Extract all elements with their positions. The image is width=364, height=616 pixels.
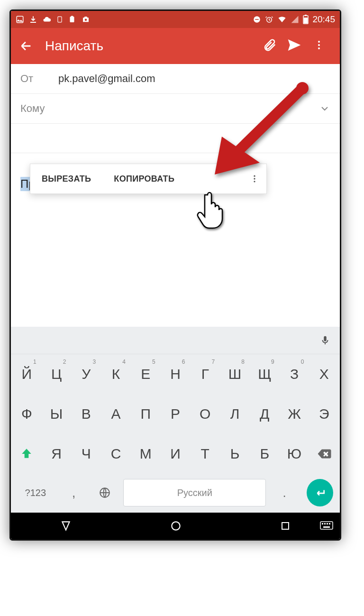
dnd-icon [253,15,261,24]
battery-icon [303,15,309,24]
shift-key[interactable] [13,437,40,470]
from-row[interactable]: От pk.pavel@gmail.com [11,64,340,94]
svg-rect-22 [282,523,289,529]
space-key[interactable]: Русский [123,479,266,506]
copy-button[interactable]: КОПИРОВАТЬ [102,174,186,184]
svg-rect-25 [324,523,326,524]
key-Л[interactable]: Л [221,397,248,431]
send-button[interactable] [282,37,307,55]
context-more-button[interactable] [243,174,266,184]
key-Э[interactable]: Э [310,397,337,431]
svg-point-15 [254,178,255,179]
svg-rect-3 [71,16,73,18]
download-icon [29,15,37,24]
svg-point-11 [318,41,320,43]
key-row-2: ФЫВАПРОЛДЖЭ [11,394,340,434]
key-З[interactable]: З0 [281,358,308,391]
key-С[interactable]: С [102,437,129,470]
attach-button[interactable] [257,38,282,54]
chevron-down-icon[interactable] [319,103,330,114]
svg-rect-23 [320,522,333,529]
nav-recent-icon[interactable] [280,520,291,532]
svg-rect-6 [255,19,259,20]
svg-point-14 [254,175,255,177]
key-Г[interactable]: Г7 [191,358,218,391]
key-row-3: ЯЧСМИТЬБЮ [11,434,340,474]
svg-rect-1 [58,17,62,22]
key-Н[interactable]: Н6 [162,358,189,391]
sim-icon [56,15,63,24]
key-Д[interactable]: Д [251,397,278,431]
svg-point-21 [172,522,180,530]
subject-row[interactable] [11,124,340,153]
key-У[interactable]: У3 [73,358,100,391]
suggestion-bar [11,327,340,354]
wifi-icon [277,15,287,24]
signal-icon [291,15,299,24]
nav-back-icon[interactable] [60,520,72,532]
screenshot-frame: 20:45 Написать От pk.pavel@gmail.com Ком… [9,9,341,541]
cut-button[interactable]: ВЫРЕЗАТЬ [30,174,102,184]
from-value: pk.pavel@gmail.com [58,73,330,85]
svg-rect-24 [322,523,323,524]
alarm-icon [265,15,273,24]
svg-rect-27 [329,523,330,524]
key-Я[interactable]: Я [43,437,70,470]
svg-rect-28 [323,526,330,528]
key-Ы[interactable]: Ы [43,397,70,431]
comma-key[interactable]: , [60,479,88,506]
key-Ф[interactable]: Ф [13,397,40,431]
svg-rect-2 [70,17,74,22]
cloud-icon [42,15,52,24]
svg-rect-26 [327,523,328,524]
symbols-key[interactable]: ?123 [14,479,57,506]
key-Й[interactable]: Й1 [13,358,40,391]
key-М[interactable]: М [132,437,159,470]
nav-keyboard-icon[interactable] [320,521,333,531]
key-И[interactable]: И [162,437,189,470]
key-Т[interactable]: Т [191,437,218,470]
key-Б[interactable]: Б [251,437,278,470]
nav-home-icon[interactable] [170,520,182,532]
key-О[interactable]: О [191,397,218,431]
back-icon[interactable] [19,39,33,53]
key-Х[interactable]: Х [310,358,337,391]
period-key[interactable]: . [270,479,299,506]
svg-point-4 [85,19,87,21]
key-Ь[interactable]: Ь [221,437,248,470]
key-Щ[interactable]: Щ9 [251,358,278,391]
key-row-bottom: ?123 , Русский . [11,474,340,513]
key-Р[interactable]: Р [162,397,189,431]
image-icon [16,15,24,24]
key-Ю[interactable]: Ю [281,437,308,470]
android-nav-bar [11,513,340,539]
status-time: 20:45 [312,14,335,25]
enter-key[interactable] [307,479,333,506]
soft-keyboard: Й1Ц2У3К4Е5Н6Г7Ш8Щ9З0Х ФЫВАПРОЛДЖЭ ЯЧСМИТ… [11,327,340,513]
key-Ц[interactable]: Ц2 [43,358,70,391]
key-К[interactable]: К4 [102,358,129,391]
key-Ш[interactable]: Ш8 [221,358,248,391]
svg-point-13 [318,47,320,49]
more-button[interactable] [307,39,331,53]
key-Е[interactable]: Е5 [132,358,159,391]
text-context-menu: ВЫРЕЗАТЬ КОПИРОВАТЬ [30,164,267,194]
backspace-key[interactable] [310,437,337,470]
svg-point-12 [318,44,320,46]
app-bar: Написать [11,28,340,64]
camera-icon [81,15,91,24]
svg-rect-10 [304,18,308,23]
to-row[interactable]: Кому [11,94,340,124]
key-Ж[interactable]: Ж [281,397,308,431]
status-bar: 20:45 [11,11,340,28]
key-Ч[interactable]: Ч [73,437,100,470]
key-А[interactable]: А [102,397,129,431]
compose-area: От pk.pavel@gmail.com Кому Привет! Как д… [11,64,340,239]
key-В[interactable]: В [73,397,100,431]
mic-icon[interactable] [320,335,330,346]
key-П[interactable]: П [132,397,159,431]
clipboard-icon [68,15,76,24]
globe-key[interactable] [91,479,119,506]
from-label: От [20,73,58,85]
svg-point-16 [254,181,255,182]
